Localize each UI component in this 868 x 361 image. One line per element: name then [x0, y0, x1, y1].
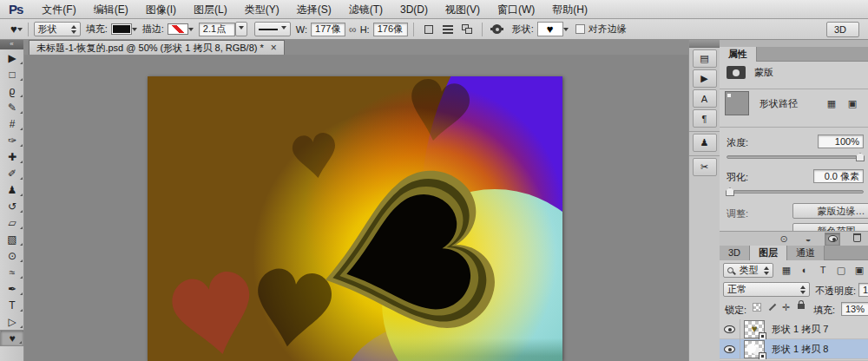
- lock-all-padlock-icon[interactable]: [798, 304, 805, 309]
- clone-source-panel-icon[interactable]: ♟: [693, 134, 717, 152]
- tab-properties[interactable]: 属性: [720, 47, 757, 62]
- menu-filter[interactable]: 滤镜(T): [340, 0, 391, 19]
- path-alignment-icon[interactable]: [441, 23, 455, 36]
- fill-arrow-icon[interactable]: [132, 28, 137, 34]
- menu-help[interactable]: 帮助(H): [543, 0, 596, 19]
- paragraph-panel-icon[interactable]: ¶: [693, 109, 717, 128]
- menu-layer[interactable]: 图层(L): [185, 0, 236, 19]
- filter-type-layers-icon[interactable]: T: [815, 265, 831, 275]
- dock-drag-bar[interactable]: [689, 40, 720, 48]
- tools-collapse-button[interactable]: «: [0, 40, 23, 49]
- tool-preset-arrow-icon[interactable]: [17, 28, 23, 34]
- tool-crop[interactable]: #: [0, 115, 24, 132]
- menu-window[interactable]: 窗口(W): [489, 0, 543, 19]
- menu-3d[interactable]: 3D(D): [391, 0, 437, 19]
- add-pixel-mask-icon[interactable]: ▦: [824, 98, 839, 109]
- link-dimensions-icon[interactable]: ∞: [349, 23, 357, 36]
- tab-close-icon[interactable]: ×: [271, 42, 277, 54]
- tool-smudge[interactable]: ≈: [0, 264, 24, 280]
- tool-quick-selection[interactable]: ✎: [0, 99, 24, 115]
- layer-thumbnail[interactable]: ♥: [744, 320, 765, 338]
- shape-width-input[interactable]: 177像: [311, 23, 345, 36]
- stroke-swatch[interactable]: [168, 23, 188, 35]
- shape-path-thumbnail[interactable]: [725, 91, 749, 115]
- document-tab[interactable]: 未标题-1-恢复的.psd @ 50% (形状 1 拷贝 8, RGB/8) *…: [29, 40, 285, 55]
- lock-position-icon[interactable]: ✛: [782, 302, 790, 313]
- lock-transparency-icon[interactable]: [753, 303, 761, 312]
- tool-lasso[interactable]: ϱ: [0, 82, 24, 99]
- menu-view[interactable]: 视图(V): [437, 0, 489, 19]
- stroke-style-select[interactable]: [254, 22, 291, 36]
- density-slider[interactable]: [727, 155, 864, 159]
- mask-visibility-eye-icon[interactable]: [825, 233, 840, 246]
- tool-eraser[interactable]: ▱: [0, 214, 24, 231]
- layer-row-shape-copy-7[interactable]: ♥ 形状 1 拷贝 7: [720, 319, 868, 339]
- filter-shape-layers-icon[interactable]: ▢: [833, 265, 849, 276]
- tool-type[interactable]: T: [0, 297, 24, 313]
- mask-edge-button[interactable]: 蒙版边缘…: [792, 203, 868, 219]
- path-operations-icon[interactable]: [422, 23, 436, 36]
- shape-height-input[interactable]: 176像: [373, 23, 408, 36]
- history-panel-icon[interactable]: ▤: [693, 49, 717, 68]
- tool-clone-stamp[interactable]: ♟: [0, 181, 24, 198]
- path-arrangement-icon[interactable]: [460, 23, 474, 36]
- tool-spot-healing[interactable]: ✚: [0, 148, 24, 165]
- workspace-switcher-button[interactable]: 3D: [826, 22, 859, 37]
- actions-panel-icon[interactable]: ▶: [693, 69, 717, 88]
- layer-name[interactable]: 形状 1 拷贝 7: [772, 323, 828, 336]
- tool-eyedropper[interactable]: ✑: [0, 132, 24, 148]
- add-vector-mask-icon[interactable]: ▣: [845, 98, 860, 109]
- tool-move[interactable]: ▶: [0, 49, 24, 66]
- menu-edit[interactable]: 编辑(E): [85, 0, 137, 19]
- document-canvas[interactable]: [148, 76, 562, 361]
- shape-picker-arrow-icon[interactable]: [563, 28, 569, 34]
- tab-layers[interactable]: 图层: [750, 246, 787, 260]
- layer-thumbnail[interactable]: [744, 340, 765, 358]
- opacity-input[interactable]: 100%: [858, 283, 868, 297]
- layer-visibility-eye-icon[interactable]: [720, 339, 740, 359]
- tool-gradient[interactable]: ▧: [0, 231, 24, 247]
- tool-marquee[interactable]: □: [0, 66, 24, 82]
- stroke-width-dropdown[interactable]: [235, 22, 247, 36]
- layer-fill-input[interactable]: 13%: [841, 302, 868, 316]
- feather-slider-knob[interactable]: [726, 187, 734, 196]
- blend-mode-select[interactable]: 正常: [723, 282, 810, 297]
- density-input[interactable]: 100%: [818, 135, 864, 148]
- filter-adjustment-layers-icon[interactable]: ◐: [797, 265, 812, 275]
- layer-filter-type-select[interactable]: 类型: [723, 263, 773, 278]
- tool-brush[interactable]: ✐: [0, 165, 24, 181]
- feather-input[interactable]: 0.0 像素: [813, 169, 864, 183]
- load-selection-icon[interactable]: ⊙: [776, 233, 792, 245]
- lock-pixels-brush-icon[interactable]: [769, 304, 776, 311]
- tool-presets-panel-icon[interactable]: ✂: [693, 158, 717, 176]
- tool-pen[interactable]: ✒: [0, 280, 24, 297]
- layer-visibility-eye-icon[interactable]: [720, 319, 740, 339]
- tool-path-selection[interactable]: ▷: [0, 313, 24, 330]
- character-panel-icon[interactable]: A: [693, 89, 717, 108]
- tool-dodge[interactable]: ⊙: [0, 247, 24, 264]
- tool-preset-icon[interactable]: ♥: [10, 23, 17, 36]
- filter-pixel-layers-icon[interactable]: ▦: [779, 265, 794, 276]
- align-edges-checkbox[interactable]: [575, 24, 585, 34]
- stroke-arrow-icon[interactable]: [188, 28, 194, 34]
- menu-type[interactable]: 类型(Y): [236, 0, 288, 19]
- tab-channels[interactable]: 通道: [787, 246, 825, 260]
- tab-3d[interactable]: 3D: [720, 246, 750, 260]
- menu-image[interactable]: 图像(I): [137, 0, 185, 19]
- stroke-width-input[interactable]: 2.1点: [199, 23, 235, 36]
- density-slider-knob[interactable]: [856, 153, 865, 161]
- tool-mode-select[interactable]: 形状: [34, 22, 81, 36]
- fill-swatch[interactable]: [111, 23, 132, 35]
- tool-history-brush[interactable]: ↺: [0, 198, 24, 214]
- layer-name[interactable]: 形状 1 拷贝 8: [772, 343, 828, 356]
- shape-swatch-heart[interactable]: ♥: [537, 22, 563, 36]
- apply-mask-icon[interactable]: ◒: [800, 233, 816, 244]
- menu-file[interactable]: 文件(F): [33, 0, 84, 19]
- tool-custom-shape[interactable]: ♥: [0, 330, 24, 346]
- geometry-options-gear-icon[interactable]: [490, 23, 504, 36]
- delete-mask-trash-icon[interactable]: [849, 233, 865, 244]
- menu-select[interactable]: 选择(S): [288, 0, 340, 19]
- layer-row-shape-copy-8[interactable]: 形状 1 拷贝 8: [720, 339, 868, 359]
- feather-slider[interactable]: [727, 190, 864, 194]
- filter-smart-objects-icon[interactable]: ▣: [852, 265, 867, 276]
